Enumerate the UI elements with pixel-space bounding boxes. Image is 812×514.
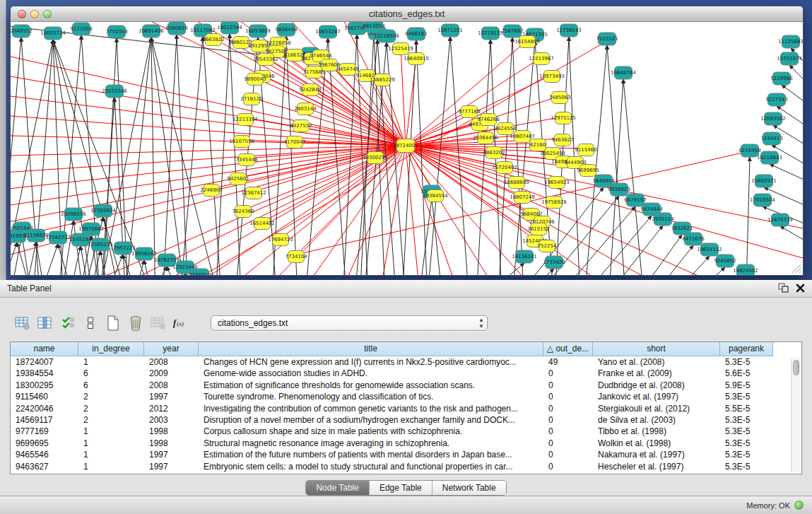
graph-node[interactable]: 10654112: [697, 243, 722, 256]
graph-node[interactable]: 12093582: [760, 112, 786, 125]
graph-node[interactable]: 3175685: [302, 66, 324, 78]
graph-node[interactable]: 18724007: [393, 139, 418, 153]
graph-node[interactable]: 9131058: [70, 23, 92, 35]
graph-node[interactable]: 1244413: [760, 132, 782, 145]
column-header-pagerank[interactable]: pagerank: [720, 342, 773, 356]
graph-node[interactable]: 2935114: [652, 213, 674, 226]
new-table-icon[interactable]: [105, 315, 121, 332]
graph-node[interactable]: 11675319: [767, 214, 793, 226]
graph-node[interactable]: 2718120: [240, 93, 262, 105]
scrollbar-thumb[interactable]: [793, 360, 799, 375]
network-window-titlebar[interactable]: citations_edges.txt: [11, 6, 803, 22]
graph-node[interactable]: 9746266: [477, 114, 500, 126]
graph-node[interactable]: 7515521: [596, 33, 618, 45]
graph-node[interactable]: 2587682: [501, 25, 523, 37]
table-settings-icon[interactable]: [14, 315, 30, 332]
graph-node[interactable]: 2803144: [294, 103, 317, 115]
graph-node[interactable]: 12213307: [233, 114, 258, 126]
graph-node[interactable]: 16648784: [611, 66, 636, 79]
graph-node[interactable]: 16924502: [733, 264, 758, 275]
graph-node[interactable]: 9245852: [714, 255, 736, 267]
graph-node[interactable]: 14055714: [40, 27, 66, 40]
graph-node[interactable]: 2246907: [200, 185, 222, 197]
column-header-title[interactable]: title: [199, 342, 543, 356]
table-row[interactable]: 1456911722003Disruption of a novel membe…: [11, 414, 801, 426]
graph-node[interactable]: 9245012: [189, 269, 211, 275]
graph-node[interactable]: 4863202: [483, 147, 505, 159]
row-height-icon[interactable]: [82, 315, 98, 332]
graph-node[interactable]: 7624360: [232, 206, 254, 218]
graph-node[interactable]: 17359924: [90, 204, 116, 217]
graph-node[interactable]: 11738543: [556, 24, 582, 37]
graph-node[interactable]: 9463627: [551, 134, 573, 146]
table-row[interactable]: 946362711997Embryonic stem cells: a mode…: [11, 461, 801, 472]
graph-node[interactable]: 20206556: [61, 208, 86, 221]
graph-node[interactable]: 19654923: [544, 177, 570, 189]
graph-node[interactable]: 7485063: [548, 92, 570, 104]
tab-edge-table[interactable]: Edge Table: [370, 481, 433, 495]
graph-node[interactable]: 9115460: [575, 144, 596, 156]
graph-node[interactable]: 62160: [530, 139, 546, 151]
graph-node[interactable]: 10653287: [315, 25, 341, 38]
graph-node[interactable]: 18107555: [229, 136, 254, 148]
delete-table-icon[interactable]: [127, 315, 143, 332]
graph-node[interactable]: 4170047: [283, 136, 305, 148]
table-vertical-scrollbar[interactable]: [791, 358, 800, 472]
graph-node[interactable]: 3624554: [494, 123, 517, 135]
graph-node[interactable]: 15751074: [777, 52, 802, 65]
graph-node[interactable]: 10719155: [478, 27, 503, 40]
graph-node[interactable]: 752254: [538, 240, 557, 252]
graph-node[interactable]: 19958167: [131, 247, 157, 260]
float-panel-icon[interactable]: [778, 283, 789, 293]
tab-network-table[interactable]: Network Table: [433, 481, 506, 495]
graph-node[interactable]: 9777169: [458, 106, 480, 118]
table-row[interactable]: 977716911998Corpus callosum shape and si…: [11, 426, 801, 437]
graph-node[interactable]: 9242848: [299, 84, 321, 96]
graph-node[interactable]: 15692971: [751, 175, 777, 187]
table-row[interactable]: 969969511998Structural magnetic resonanc…: [11, 438, 801, 449]
graph-node[interactable]: 16053809: [245, 25, 271, 37]
graph-node[interactable]: 10973493: [539, 71, 565, 83]
graph-node[interactable]: 20691406: [139, 25, 164, 37]
column-header-name[interactable]: name: [11, 342, 78, 356]
graph-node[interactable]: 2040552: [11, 25, 33, 37]
table-row[interactable]: 946554611997Estimation of the future num…: [11, 449, 801, 460]
graph-node[interactable]: 16210643: [757, 151, 782, 164]
table-row[interactable]: 1938455462009Genome-wide association stu…: [11, 368, 801, 379]
graph-node[interactable]: 19975887: [78, 223, 104, 235]
graph-node[interactable]: 12218506: [374, 30, 399, 42]
network-canvas[interactable]: 2040552140557149131058775035820691406858…: [11, 22, 803, 275]
table-row[interactable]: 1872400712008Changes of HCN gene express…: [11, 356, 801, 368]
graph-node[interactable]: 9227343: [765, 93, 787, 106]
graph-node[interactable]: 9890043: [244, 74, 266, 86]
graph-node[interactable]: 17016504: [750, 194, 775, 206]
table-row[interactable]: 2242004622012Investigating the contribut…: [11, 403, 801, 414]
column-header-in_degree[interactable]: in_degree: [78, 342, 144, 356]
column-header-short[interactable]: short: [593, 342, 720, 356]
column-header-year[interactable]: year: [144, 342, 199, 356]
graph-node[interactable]: 1615152: [527, 223, 549, 235]
graph-node[interactable]: 7750358: [105, 25, 127, 38]
graph-node[interactable]: 9806448: [275, 23, 297, 36]
graph-node[interactable]: 20153346: [102, 85, 127, 98]
graph-node[interactable]: 1733426: [543, 256, 565, 269]
graph-node[interactable]: 7734104: [285, 251, 307, 263]
graph-node[interactable]: 6466161: [405, 28, 427, 40]
show-columns-icon[interactable]: [37, 315, 53, 332]
graph-node[interactable]: 8427552: [290, 120, 312, 132]
close-panel-icon[interactable]: [796, 284, 805, 293]
table-select-dropdown[interactable]: citations_edges.txt ▲▼: [211, 315, 488, 331]
graph-node[interactable]: 7663822: [202, 34, 224, 46]
graph-node[interactable]: 7345448: [235, 154, 257, 166]
graph-node[interactable]: 9425601: [227, 173, 249, 185]
graph-node[interactable]: 12505135: [88, 238, 113, 251]
memory-status-label[interactable]: Memory: OK: [746, 501, 790, 510]
table-row[interactable]: 1830029562008Estimation of significance …: [11, 380, 801, 391]
select-rows-icon[interactable]: [59, 315, 76, 332]
graph-node[interactable]: 10971201: [437, 24, 463, 37]
graph-node[interactable]: 14136141: [512, 250, 537, 263]
graph-node[interactable]: 8938923: [608, 183, 630, 196]
column-header-out_de[interactable]: △ out_de...: [543, 342, 593, 356]
graph-node[interactable]: 9129966: [770, 72, 793, 85]
function-builder-icon[interactable]: f (x): [172, 315, 189, 332]
